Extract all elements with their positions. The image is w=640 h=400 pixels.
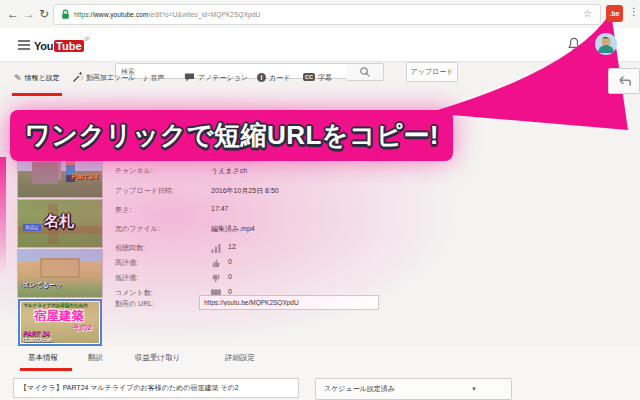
info-circle-icon: i [257,73,266,82]
hamburger-bar [18,40,30,42]
tab-label: 動画加工ツール [86,74,135,81]
account-avatar[interactable] [595,33,617,55]
like-count-value: 0 [228,258,232,265]
thumbnail-caption: Part 24 [71,172,98,181]
reload-icon[interactable]: ↻ [39,8,49,20]
hamburger-bar [18,44,30,46]
info-label: チャンネル: [115,166,153,176]
logo-you-text: You [34,40,53,52]
address-bar[interactable]: https://www.youtube.com/edit?o=U&video_i… [53,4,601,25]
callout-banner: ワンクリックで短縮URLをコピー! [10,110,453,161]
info-label: コメント数: [115,288,153,298]
info-label: 元のファイル: [115,224,160,234]
bookmark-star-icon[interactable]: ☆ [583,8,592,20]
view-count-value: 12 [228,243,236,250]
tab-translations[interactable]: 翻訳 [88,353,103,363]
upload-date-value: 2016年10月25日 8:50 [211,186,279,196]
thumb-up-icon [211,259,221,268]
tab-label: アノテーション [198,74,248,81]
info-label: 低評価: [115,273,138,283]
thumbnail-art [32,162,58,184]
thumbnail-part-label: PART 24 [23,330,49,337]
logo-tube-text: Tube [54,40,83,52]
cc-icon: CC [303,73,315,81]
url-text: https://www.youtube.com/edit?o=U&video_i… [74,5,260,24]
youtube-shortener-extension-icon[interactable]: .be [606,5,623,22]
video-list-item-4-selected[interactable]: マルチライブのお客様のための 宿屋建築 その2 PART 24 UEMASAcr… [18,299,102,346]
thumbnail-badge: 賃貸は [23,224,41,231]
tab-label: 情報と設定 [25,74,60,81]
hamburger-bar [18,48,30,50]
video-list-item-3[interactable]: ズレてるーッ [18,250,102,297]
youtube-header: YouTubeJP アップロード [0,28,640,62]
music-note-icon: ♪ [143,73,148,83]
info-label: 高評価: [115,258,138,268]
callout-text: ワンクリックで短縮URLをコピー! [10,110,453,161]
search-icon [359,66,371,78]
info-label: 長さ: [115,205,131,215]
notifications-bell-icon[interactable] [567,37,581,51]
thumbnail-top-line: マルチライブのお客様のための [23,302,87,307]
tab-cards[interactable]: iカード [257,72,290,88]
tab-label: 音声 [151,74,165,81]
tab-annotations[interactable]: アノテーション [184,72,248,88]
short-url-field[interactable] [199,295,379,310]
browser-toolbar: ← → ↻ https://www.youtube.com/edit?o=U&v… [0,0,640,29]
thumbnail-art [40,258,80,278]
tab-basic-info[interactable]: 基本情報 [28,353,58,363]
comment-count-value: 0 [228,288,232,295]
tab-label: 字幕 [318,74,332,81]
search-button[interactable] [347,63,384,81]
pencil-icon: ✎ [14,73,22,83]
source-file-value: 編集済み.mp4 [211,224,255,234]
url-path: /edit?o=U&video_id=MQPK2SQXpdU [149,11,261,18]
url-protocol: https [74,11,89,18]
thumbnail-caption: 名札 [44,212,74,231]
tab-advanced-settings[interactable]: 詳細設定 [225,353,255,363]
hamburger-menu-icon[interactable] [18,40,30,50]
info-label: アップロード日時: [115,186,174,196]
screen: ← → ↻ https://www.youtube.com/edit?o=U&v… [0,0,640,400]
tab-audio[interactable]: ♪音声 [143,72,165,88]
logo-region-text: JP [84,36,90,42]
bar-chart-icon [211,244,222,253]
thumb-down-icon [211,274,221,283]
return-to-video-button[interactable] [608,68,640,94]
youtube-logo[interactable]: YouTubeJP [34,36,90,54]
return-arrow-icon [615,74,633,88]
info-label: 視聴回数: [115,243,145,253]
upload-button[interactable]: アップロード [406,62,458,82]
dislike-count-value: 0 [228,273,232,280]
tab-monetization[interactable]: 収益受け取り [135,353,180,363]
forward-icon[interactable]: → [23,8,35,20]
video-list-item-2[interactable]: 賃貸は 名札 [18,200,102,247]
padlock-icon [61,9,70,20]
video-title-input[interactable] [13,378,299,398]
magic-wand-icon [72,72,83,83]
tab-info-settings[interactable]: ✎情報と設定 [14,72,60,88]
browser-menu-icon[interactable]: ⋮ [629,6,639,17]
info-label: 動画の URL: [115,299,154,309]
thumbnail-sub-title: その2 [72,323,92,333]
tab-label: カード [269,74,290,81]
active-tab-underline [12,93,62,96]
schedule-dropdown[interactable]: スケジュール設定済み ▼ [315,378,512,400]
tab-subtitles[interactable]: CC字幕 [303,72,332,88]
channel-value: うえまさch [211,166,247,176]
schedule-dropdown-value: スケジュール設定済み [324,379,395,399]
chevron-down-icon: ▼ [471,379,477,399]
speech-bubble-icon [184,72,195,83]
tab-enhancements[interactable]: 動画加工ツール [72,72,135,88]
active-bottom-tab-underline [20,368,72,371]
url-host: ://www.youtube.com [89,11,149,18]
thumbnail-logo-text: UEMASAcraft [23,338,52,343]
thumbnail-caption: ズレてるーッ [22,281,62,290]
callout-glow-strip [0,157,6,275]
back-icon[interactable]: ← [7,8,19,20]
duration-value: 17:47 [211,205,229,212]
